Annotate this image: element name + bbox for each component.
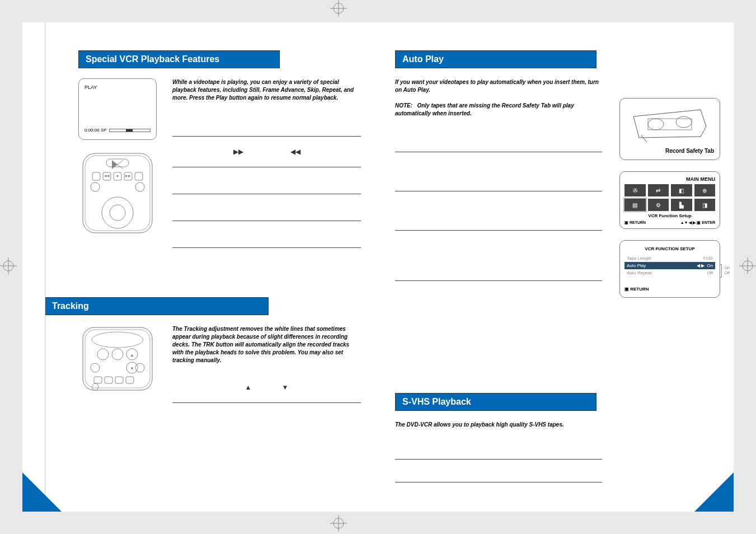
osd-status: PLAY <box>84 85 151 90</box>
osd-time: 0:00:00 SP <box>84 128 107 133</box>
right-page: Auto Play If you want your videotapes to… <box>378 22 734 512</box>
corner-triangle <box>694 472 734 512</box>
crop-mark-right <box>739 257 756 277</box>
lr-arrows-icon: ◀ ▶ <box>697 263 705 268</box>
svhs-heading: S-VHS Playback <box>395 393 597 411</box>
menu-icon: ⊕ <box>694 184 716 196</box>
corner-triangle <box>22 472 62 512</box>
svg-rect-12 <box>83 153 152 233</box>
step-block <box>395 191 602 231</box>
svg-point-44 <box>676 116 692 128</box>
rew-icon: ◀◀ <box>290 148 300 156</box>
menu-icon: ⇄ <box>648 184 669 196</box>
svg-point-43 <box>648 119 664 130</box>
up-icon: ▲ <box>245 383 252 391</box>
setup-row-label: Tape Length <box>627 256 651 261</box>
left-page: Special VCR Playback Features PLAY 0:00:… <box>22 22 378 512</box>
svg-rect-23 <box>106 159 129 167</box>
svg-point-14 <box>102 197 133 228</box>
tracking-intro: The Tracking adjustment removes the whit… <box>172 325 361 364</box>
step-block-glyphs: ▶▶ ◀◀ <box>172 137 361 167</box>
tracking-step: ▲ ▼ <box>172 372 361 403</box>
menu-icon: ✇ <box>624 184 646 196</box>
svg-point-37 <box>135 363 144 372</box>
step-block <box>395 125 602 152</box>
step-block <box>172 248 361 275</box>
osd-progress-fill <box>126 129 133 132</box>
ff-icon: ▶▶ <box>233 148 243 156</box>
svg-rect-39 <box>105 377 112 383</box>
setup-row-label: Auto Play <box>627 263 646 268</box>
svhs-intro: The DVD-VCR allows you to playback high … <box>395 421 602 429</box>
svg-point-21 <box>91 182 100 191</box>
svg-text:◀◀: ◀◀ <box>104 174 110 177</box>
note-label: NOTE: <box>395 102 412 109</box>
step-block <box>172 194 361 221</box>
step-block <box>395 231 602 281</box>
svg-point-29 <box>92 332 143 348</box>
step-block <box>395 460 602 483</box>
cassette-figure: Record Safety Tab <box>619 98 720 160</box>
menu-icon: ▙ <box>671 199 692 211</box>
setup-side-brace <box>720 264 722 278</box>
svg-rect-38 <box>94 377 102 383</box>
vcr-setup-osd: VCR FUNCTION SETUP Tape Length T120 Auto… <box>619 240 720 298</box>
svg-point-22 <box>135 182 144 191</box>
side-option: On <box>725 265 730 270</box>
down-icon: ▼ <box>282 383 289 391</box>
step-block <box>172 167 361 194</box>
enter-label: ENTER <box>702 221 715 224</box>
main-menu-osd: MAIN MENU ✇ ⇄ ◧ ⊕ ▤ ⚙ ▙ ◨ VCR Function S… <box>619 171 720 229</box>
setup-row-label: Auto Repeat <box>627 270 651 275</box>
remote-diagram-tracking: ▲ ▼ <box>78 325 157 392</box>
note-body: Only tapes that are missing the Record S… <box>395 102 574 116</box>
crop-mark-bottom <box>330 515 347 534</box>
svg-point-36 <box>91 363 100 372</box>
autoplay-heading: Auto Play <box>395 50 597 68</box>
svg-text:▲: ▲ <box>130 353 134 358</box>
svg-point-15 <box>110 205 125 221</box>
osd-display: PLAY 0:00:00 SP <box>78 78 157 140</box>
step-block <box>172 221 361 248</box>
svg-point-31 <box>112 349 123 360</box>
step-block <box>172 110 361 137</box>
svg-point-42 <box>92 383 98 390</box>
step-block <box>395 152 602 191</box>
autoplay-intro: If you want your videotapes to play auto… <box>395 78 602 94</box>
side-option: Off <box>725 270 730 275</box>
menu-icon: ⚙ <box>648 199 669 211</box>
svg-rect-40 <box>115 377 123 383</box>
setup-row: Auto Repeat Off <box>624 269 715 277</box>
menu-icon-selected: ▤ <box>624 199 646 211</box>
step-block <box>395 437 602 460</box>
margin-line <box>45 22 45 512</box>
menu-icon: ◧ <box>671 184 692 196</box>
main-menu-subtitle: VCR Function Setup <box>624 213 715 218</box>
arrow-glyphs: ▲▼ ◀ ▶ <box>680 221 696 224</box>
crop-mark-top <box>330 0 347 19</box>
osd-progress-track <box>109 129 151 132</box>
setup-row-highlight: Auto Play ◀ ▶ On <box>624 262 715 269</box>
special-playback-heading: Special VCR Playback Features <box>78 50 280 68</box>
crop-mark-left <box>0 257 17 277</box>
setup-row-value: Off <box>707 270 713 275</box>
svg-rect-19 <box>92 172 100 180</box>
cassette-label: Record Safety Tab <box>626 148 714 154</box>
setup-row: Tape Length T120 <box>624 255 715 262</box>
svg-text:▶▶: ▶▶ <box>125 174 131 177</box>
setup-title: VCR FUNCTION SETUP <box>624 246 715 251</box>
special-intro: While a videotape is playing, you can en… <box>172 78 361 102</box>
remote-diagram: ■ ▶▶ ◀◀ <box>78 151 157 235</box>
svg-text:▼: ▼ <box>130 366 134 371</box>
tracking-heading: Tracking <box>45 297 269 315</box>
setup-return: ▣ RETURN <box>624 287 715 292</box>
svg-rect-45 <box>648 119 692 130</box>
svg-text:■: ■ <box>116 174 119 177</box>
svg-point-30 <box>97 349 109 360</box>
return-label: RETURN <box>630 221 646 224</box>
setup-side-options: On Off <box>725 265 730 275</box>
svg-rect-41 <box>126 377 134 383</box>
menu-icon: ◨ <box>694 199 716 211</box>
svg-rect-20 <box>135 172 143 180</box>
setup-row-value: T120 <box>703 256 713 261</box>
